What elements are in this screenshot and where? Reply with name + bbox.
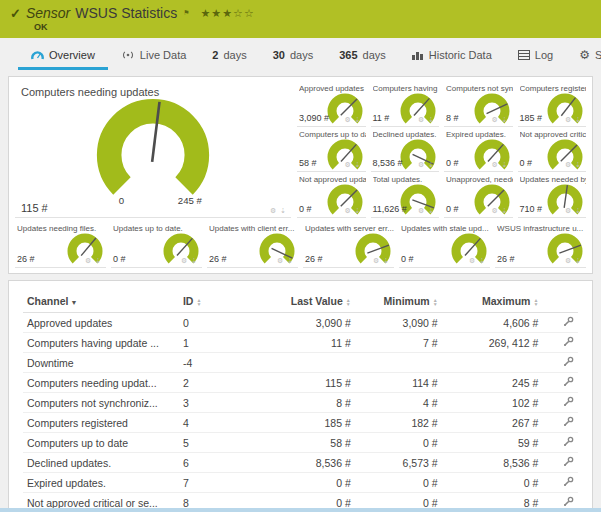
- gauge-pin-icon[interactable]: ⇣: [355, 207, 362, 214]
- gauge-pin-icon[interactable]: ⇣: [502, 161, 509, 168]
- gauge-cell[interactable]: Computers registered 185 # ⚙ ⇣: [518, 81, 587, 127]
- gauge-cell[interactable]: Approved updates 3,090 # ⚙ ⇣: [297, 81, 366, 127]
- channel-id: 8: [179, 497, 240, 509]
- channel-settings-icon[interactable]: [563, 397, 574, 409]
- tab-settings[interactable]: ⚙ Settings: [566, 43, 601, 70]
- gauge-cell[interactable]: Computers up to date 58 # ⚙ ⇣: [297, 127, 366, 173]
- channel-last-value: 3,090 #: [240, 317, 355, 329]
- channel-maximum: 0 #: [442, 477, 543, 489]
- gauge-settings-icon[interactable]: ⚙: [565, 161, 572, 168]
- channel-name: Computers having update ...: [23, 337, 179, 349]
- gauge-pin-icon[interactable]: ⇣: [191, 257, 198, 264]
- sort-desc-icon: ▼: [70, 299, 77, 306]
- channel-maximum: 4,606 #: [442, 317, 543, 329]
- tab-log[interactable]: Log: [505, 43, 566, 70]
- channel-maximum: 245 #: [442, 377, 543, 389]
- gauge-settings-icon[interactable]: ⚙: [491, 207, 498, 214]
- gauge-pin-icon[interactable]: ⇣: [575, 207, 582, 214]
- gauge-cell[interactable]: Updates needing files. 26 # ⚙ ⇣: [15, 221, 106, 268]
- tab-2-days[interactable]: 2 days: [199, 43, 259, 70]
- channel-maximum: 269, 412 #: [442, 337, 543, 349]
- gauge-settings-icon[interactable]: ⚙: [418, 161, 425, 168]
- gauge-pin-icon[interactable]: ⇣: [428, 207, 435, 214]
- column-header-minimum[interactable]: Minimum: [384, 295, 430, 307]
- gauge-settings-icon[interactable]: ⚙: [344, 207, 351, 214]
- priority-stars[interactable]: ★★★☆☆: [200, 7, 254, 20]
- gauge-pin-icon[interactable]: ⇣: [502, 116, 509, 123]
- gauge-cell[interactable]: Updates needed by co... 710 # ⚙ ⇣: [518, 172, 587, 218]
- channel-settings-icon[interactable]: [563, 317, 574, 329]
- gauge-pin-icon[interactable]: ⇣: [355, 116, 362, 123]
- channel-settings-icon[interactable]: [563, 477, 574, 489]
- gauge-settings-icon[interactable]: ⚙: [270, 207, 277, 214]
- gauge-pin-icon[interactable]: ⇣: [575, 161, 582, 168]
- tab-overview[interactable]: Overview: [18, 43, 108, 70]
- channel-id: 4: [179, 417, 240, 429]
- gauge-cell[interactable]: Computers having upd... 11 # ⚙ ⇣: [371, 81, 440, 127]
- status-check-icon: ✓: [10, 6, 21, 21]
- gauge-value: 26 #: [497, 254, 515, 264]
- gauge-pin-icon[interactable]: ⇣: [479, 257, 486, 264]
- gauge-value: 8 #: [446, 113, 459, 123]
- gauge-cell[interactable]: Updates with stale upd... 0 # ⚙ ⇣: [399, 221, 490, 268]
- gauge-pin-icon[interactable]: ⇣: [355, 161, 362, 168]
- gauge-settings-icon[interactable]: ⚙: [373, 257, 380, 264]
- channel-minimum: 6,573 #: [355, 457, 442, 469]
- column-header-channel[interactable]: Channel: [27, 295, 68, 307]
- gauge-cell[interactable]: Updates with server err... 26 # ⚙ ⇣: [303, 221, 394, 268]
- channel-name: Downtime: [23, 357, 179, 369]
- gauge-value: 0 #: [446, 204, 459, 214]
- tab-365-days[interactable]: 365 days: [326, 43, 399, 70]
- gauge-pin-icon[interactable]: ⇣: [95, 257, 102, 264]
- table-row: Computers registered 4 185 # 182 # 267 #: [23, 413, 578, 433]
- gauge-cell[interactable]: Not approved updates 0 # ⚙ ⇣: [297, 172, 366, 218]
- gauge-settings-icon[interactable]: ⚙: [418, 116, 425, 123]
- gauge-pin-icon[interactable]: ⇣: [287, 257, 294, 264]
- gauge-cell[interactable]: Updates up to date. 0 # ⚙ ⇣: [111, 221, 202, 268]
- gauge-pin-icon[interactable]: ⇣: [575, 116, 582, 123]
- gauge-settings-icon[interactable]: ⚙: [344, 116, 351, 123]
- column-header-id[interactable]: ID: [183, 295, 194, 307]
- gauge-value: 58 #: [299, 158, 317, 168]
- channel-settings-icon[interactable]: [563, 417, 574, 429]
- gauge-cell[interactable]: Not approved critical o... 0 # ⚙ ⇣: [518, 127, 587, 173]
- gauge-settings-icon[interactable]: ⚙: [181, 257, 188, 264]
- channel-settings-icon[interactable]: [563, 457, 574, 469]
- gauge-settings-icon[interactable]: ⚙: [565, 207, 572, 214]
- gauge-settings-icon[interactable]: ⚙: [565, 116, 572, 123]
- gauge-cell[interactable]: Declined updates. 8,536 # ⚙ ⇣: [371, 127, 440, 173]
- gauge-cell[interactable]: Unapproved, needed u... 0 # ⚙ ⇣: [444, 172, 513, 218]
- channel-settings-icon[interactable]: [563, 437, 574, 449]
- table-row: Computers needing updat... 2 115 # 114 #…: [23, 373, 578, 393]
- gauge-cell[interactable]: Computers not synchr... 8 # ⚙ ⇣: [444, 81, 513, 127]
- tab-30-days[interactable]: 30 days: [260, 43, 327, 70]
- gauge-settings-icon[interactable]: ⚙: [418, 207, 425, 214]
- channel-settings-icon[interactable]: [563, 337, 574, 349]
- gauge-pin-icon[interactable]: ⇣: [575, 257, 582, 264]
- gauge-settings-icon[interactable]: ⚙: [565, 257, 572, 264]
- gauge-settings-icon[interactable]: ⚙: [277, 257, 284, 264]
- gauge-pin-icon[interactable]: ⇣: [383, 257, 390, 264]
- sensor-title: WSUS Statistics: [75, 5, 177, 21]
- gauge-settings-icon[interactable]: ⚙: [344, 161, 351, 168]
- gauge-pin-icon[interactable]: ⇣: [502, 207, 509, 214]
- gauge-pin-icon[interactable]: ⇣: [280, 207, 287, 214]
- gauge-settings-icon[interactable]: ⚙: [469, 257, 476, 264]
- gauge-cell[interactable]: Expired updates. 0 # ⚙ ⇣: [444, 127, 513, 173]
- gauge-pin-icon[interactable]: ⇣: [428, 161, 435, 168]
- gauge-settings-icon[interactable]: ⚙: [491, 116, 498, 123]
- channel-last-value: 8 #: [240, 397, 355, 409]
- gauge-cell[interactable]: WSUS infrastructure u... 26 # ⚙ ⇣: [495, 221, 586, 268]
- tab-historic-data[interactable]: Historic Data: [399, 43, 505, 70]
- column-header-maximum[interactable]: Maximum: [482, 295, 530, 307]
- gauge-cell[interactable]: Total updates. 11,626 # ⚙ ⇣: [371, 172, 440, 218]
- primary-gauge-cell[interactable]: Computers needing updates 0 245 # 115 # …: [15, 81, 291, 218]
- tab-live-data[interactable]: Live Data: [108, 43, 199, 70]
- column-header-last-value[interactable]: Last Value: [291, 295, 343, 307]
- gauge-pin-icon[interactable]: ⇣: [428, 116, 435, 123]
- channel-settings-icon[interactable]: [563, 357, 574, 369]
- gauge-settings-icon[interactable]: ⚙: [85, 257, 92, 264]
- gauge-cell[interactable]: Updates with client err... 26 # ⚙ ⇣: [207, 221, 298, 268]
- channel-settings-icon[interactable]: [563, 377, 574, 389]
- gauge-settings-icon[interactable]: ⚙: [491, 161, 498, 168]
